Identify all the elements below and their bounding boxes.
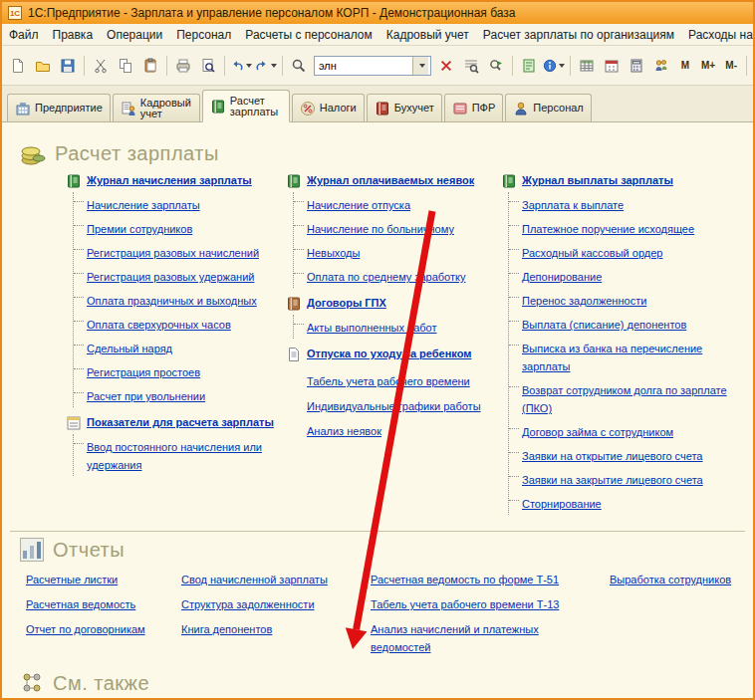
desktop-link[interactable]: Расчетная ведомость по форме Т-51 xyxy=(371,574,559,585)
tab-accounting[interactable]: Бухучет xyxy=(367,94,442,121)
brown-book-icon xyxy=(286,296,302,312)
menu-hr-records[interactable]: Кадровый учет xyxy=(379,25,476,45)
desktop-link[interactable]: Начисление по больничному xyxy=(307,223,454,235)
tab-payroll[interactable]: Расчет зарплаты xyxy=(202,90,290,122)
desktop-link[interactable]: Расчетные листки xyxy=(26,574,118,585)
payroll-column-2: Журнал оплачиваемых неявок Начисление от… xyxy=(286,174,501,515)
clear-search-button[interactable] xyxy=(434,54,458,78)
desktop-link[interactable]: Анализ начислений и платежных ведомостей xyxy=(371,623,539,653)
group-header-link[interactable]: Договоры ГПХ xyxy=(307,297,386,310)
group-header-link[interactable]: Показатели для расчета зарплаты xyxy=(87,416,274,429)
desktop-link[interactable]: Расчетная ведомость xyxy=(26,598,135,610)
menu-staff-costs[interactable]: Расходы на персонал xyxy=(681,25,753,45)
desktop-link[interactable]: Сдельный наряд xyxy=(87,343,172,354)
desktop-link[interactable]: Книга депонентов xyxy=(181,623,272,635)
search-button[interactable] xyxy=(287,54,311,78)
undo-button[interactable] xyxy=(229,54,253,78)
desktop-link[interactable]: Депонирование xyxy=(522,271,602,283)
desktop-link[interactable]: Договор займа с сотрудником xyxy=(522,426,673,438)
print-button[interactable] xyxy=(171,54,195,78)
menu-operations[interactable]: Операции xyxy=(100,25,169,45)
tab-label: Налоги xyxy=(320,103,357,114)
print-preview-button[interactable] xyxy=(196,54,220,78)
desktop-link[interactable]: Выплата (списание) депонентов xyxy=(522,319,686,331)
copy-special-button[interactable] xyxy=(517,54,541,78)
tab-label: Кадровый учет xyxy=(140,98,192,119)
find-in-list-icon xyxy=(463,58,479,74)
desktop-link[interactable]: Сторнирование xyxy=(522,498,602,510)
app-window: 1С 1С:Предприятие - Зарплата и управлени… xyxy=(0,0,755,700)
calculator-button[interactable] xyxy=(625,54,648,78)
reports-links: Расчетные листки Свод начисленной зарпла… xyxy=(26,570,753,655)
redo-button[interactable] xyxy=(254,54,278,78)
memory-m-plus-button[interactable]: М+ xyxy=(697,54,719,78)
desktop-link[interactable]: Регистрация разовых удержаний xyxy=(87,271,254,283)
menu-file[interactable]: Файл xyxy=(2,25,46,45)
desktop-link[interactable]: Выписка из банка на перечисление зарплат… xyxy=(522,343,702,372)
table-button[interactable] xyxy=(575,54,599,78)
desktop-link[interactable]: Табель учета рабочего времени xyxy=(307,375,470,387)
search-icon xyxy=(291,58,307,74)
search-dropdown-button[interactable] xyxy=(412,57,428,75)
menu-payroll-by-org[interactable]: Расчет зарплаты по организациям xyxy=(476,25,681,45)
tab-label: Расчет зарплаты xyxy=(230,96,282,117)
desktop-link[interactable]: Перенос задолженности xyxy=(522,295,646,307)
desktop-link[interactable]: Начисление зарплаты xyxy=(87,199,200,211)
desktop-link[interactable]: Возврат сотрудником долга по зарплате (П… xyxy=(522,384,727,414)
desktop-link[interactable]: Оплата сверхурочных часов xyxy=(87,319,231,331)
desktop-link[interactable]: Платежное поручение исходящее xyxy=(522,223,694,235)
cut-button[interactable] xyxy=(89,54,113,78)
menu-personnel[interactable]: Персонал xyxy=(169,25,238,45)
memory-m-minus-button[interactable]: М- xyxy=(720,54,742,78)
key-button[interactable] xyxy=(751,54,753,78)
title-bar[interactable]: 1С 1С:Предприятие - Зарплата и управлени… xyxy=(2,2,753,24)
menu-settlements[interactable]: Расчеты с персоналом xyxy=(238,25,378,45)
find-in-content-button[interactable] xyxy=(459,54,483,78)
search-combo xyxy=(314,56,431,76)
tab-hr-records[interactable]: Кадровый учет xyxy=(113,94,200,121)
desktop-link[interactable]: Зарплата к выплате xyxy=(522,199,624,211)
desktop-link[interactable]: Структура задолженности xyxy=(181,598,315,610)
desktop-link[interactable]: Заявки на открытие лицевого счета xyxy=(522,450,702,462)
desktop-link[interactable]: Начисление отпуска xyxy=(307,199,410,211)
desktop-link[interactable]: Расходный кассовый ордер xyxy=(522,247,662,259)
find-next-button[interactable] xyxy=(484,54,508,78)
save-button[interactable] xyxy=(56,54,80,78)
desktop-link[interactable]: Акты выполненных работ xyxy=(307,322,437,334)
desktop-link[interactable]: Табель учета рабочего времени Т-13 xyxy=(371,598,559,610)
tab-personnel[interactable]: Персонал xyxy=(505,94,592,121)
new-document-button[interactable] xyxy=(6,54,30,78)
menu-edit[interactable]: Правка xyxy=(46,25,101,45)
desktop-link[interactable]: Оплата по среднему заработку xyxy=(307,271,465,283)
search-input[interactable] xyxy=(315,58,412,74)
group-header-link[interactable]: Журнал начисления зарплаты xyxy=(87,174,252,187)
group-header-link[interactable]: Отпуска по уходу за ребенком xyxy=(307,348,471,360)
desktop-link[interactable]: Выработка сотрудников xyxy=(610,574,731,585)
desktop-link[interactable]: Анализ неявок xyxy=(307,425,381,437)
desktop-link[interactable]: Премии сотрудников xyxy=(87,223,192,235)
desktop-link[interactable]: Оплата праздничных и выходных xyxy=(87,295,257,307)
desktop-link[interactable]: Заявки на закрытие лицевого счета xyxy=(522,474,703,486)
open-button[interactable] xyxy=(31,54,55,78)
group-accrual-journal: Журнал начисления зарплаты Начисление за… xyxy=(66,174,286,407)
calendar-button[interactable] xyxy=(600,54,624,78)
desktop-link[interactable]: Расчет при увольнении xyxy=(87,390,205,402)
tab-taxes[interactable]: Налоги xyxy=(292,94,365,121)
desktop-link[interactable]: Невыходы xyxy=(307,247,360,259)
desktop-link[interactable]: Отчет по договорникам xyxy=(26,623,145,635)
desktop-link[interactable]: Индивидуальные графики работы xyxy=(307,400,481,412)
desktop-link[interactable]: Свод начисленной зарплаты xyxy=(181,574,328,585)
group-header-link[interactable]: Журнал оплачиваемых неявок xyxy=(307,174,474,187)
desktop-link[interactable]: Регистрация разовых начислений xyxy=(87,247,259,259)
paste-button[interactable] xyxy=(138,54,162,78)
desktop-link[interactable]: Ввод постоянного начисления или удержани… xyxy=(87,441,262,471)
memory-m-button[interactable]: М xyxy=(674,54,696,78)
tab-pfr[interactable]: ПФР xyxy=(444,94,504,121)
tab-enterprise[interactable]: Предприятие xyxy=(7,94,111,121)
group-payment-journal: Журнал выплаты зарплаты Зарплата к выпла… xyxy=(501,174,737,515)
group-header-link[interactable]: Журнал выплаты зарплаты xyxy=(522,174,673,187)
copy-button[interactable] xyxy=(114,54,137,78)
info-button[interactable] xyxy=(542,54,566,78)
desktop-link[interactable]: Регистрация простоев xyxy=(87,366,200,378)
users-button[interactable] xyxy=(649,54,673,78)
